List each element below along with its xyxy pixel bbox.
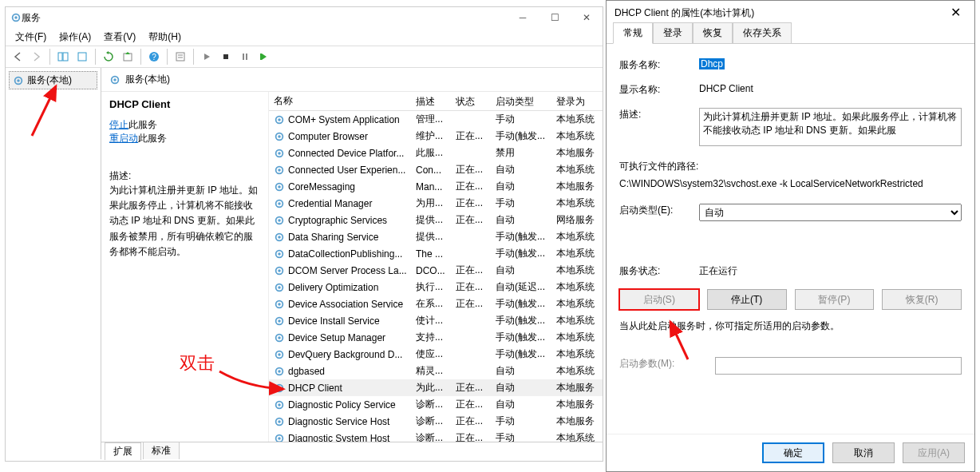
cell-desc: DCO... <box>411 264 451 278</box>
table-row[interactable]: COM+ System Application管理...手动本地系统 <box>269 111 603 128</box>
cell-status: 正在... <box>451 413 491 430</box>
show-hide-tree-button[interactable] <box>54 48 72 65</box>
table-row[interactable]: Diagnostic Service Host诊断...正在...手动本地服务 <box>269 413 603 430</box>
tab-dependencies[interactable]: 依存关系 <box>733 22 792 44</box>
stop-suffix: 此服务 <box>128 119 157 130</box>
cancel-button[interactable]: 取消 <box>832 442 895 463</box>
menu-view[interactable]: 查看(V) <box>99 29 140 46</box>
exe-path-label: 可执行文件的路径: <box>619 160 962 173</box>
details-button[interactable] <box>73 48 91 65</box>
export-button[interactable] <box>119 48 136 65</box>
cell-name: DCOM Server Process La... <box>269 264 411 278</box>
svg-text:?: ? <box>152 53 156 61</box>
svg-rect-5 <box>124 54 132 61</box>
dialog-body: 服务名称: Dhcp 显示名称: DHCP Client 描述: 为此计算机注册… <box>607 44 974 434</box>
table-row[interactable]: Device Setup Manager支持...手动(触发...本地系统 <box>269 329 603 346</box>
table-row[interactable]: Device Install Service使计...手动(触发...本地系统 <box>269 312 603 329</box>
svc-name-value[interactable]: Dhcp <box>699 58 725 69</box>
display-name-label: 显示名称: <box>619 83 699 97</box>
gear-icon <box>274 332 285 343</box>
table-row[interactable]: Diagnostic System Host诊断...正在...手动本地系统 <box>269 430 603 442</box>
cell-logon: 本地服务 <box>551 379 599 396</box>
gear-icon <box>274 198 285 209</box>
col-status[interactable]: 状态 <box>451 92 491 110</box>
apply-button[interactable]: 应用(A) <box>903 442 965 463</box>
cell-status <box>451 353 491 356</box>
restart-service-button[interactable] <box>255 48 273 65</box>
panel-header: 服务(本地) <box>101 68 603 91</box>
cell-status: 正在... <box>451 161 491 178</box>
cell-startup: 手动 <box>491 430 551 442</box>
table-row[interactable]: DataCollectionPublishing...The ...手动(触发.… <box>269 245 603 262</box>
col-logon[interactable]: 登录为 <box>551 92 599 110</box>
table-row[interactable]: Data Sharing Service提供...手动(触发...本地系统 <box>269 228 603 245</box>
start-button[interactable]: 启动(S) <box>619 289 699 310</box>
cell-desc: Man... <box>411 180 451 194</box>
gear-icon <box>274 181 285 192</box>
svg-point-1 <box>14 16 18 19</box>
col-desc[interactable]: 描述 <box>411 92 451 110</box>
table-row[interactable]: Credential Manager为用...正在...手动本地系统 <box>269 195 603 212</box>
cell-desc: 精灵... <box>411 363 451 379</box>
table-row[interactable]: Diagnostic Policy Service诊断...正在...自动本地服… <box>269 396 603 413</box>
cell-status <box>451 252 491 256</box>
start-service-button[interactable] <box>198 48 215 65</box>
cell-startup: 自动 <box>491 262 551 279</box>
stop-link[interactable]: 停止 <box>109 119 128 130</box>
pause-service-button[interactable] <box>236 48 254 65</box>
gear-icon <box>274 282 285 293</box>
cell-logon: 本地系统 <box>551 262 599 279</box>
table-row[interactable]: Connected Device Platfor...此服...禁用本地服务 <box>269 145 603 161</box>
col-startup[interactable]: 启动类型 <box>491 92 551 110</box>
stop-service-button[interactable] <box>217 48 235 65</box>
description-textarea[interactable]: 为此计算机注册并更新 IP 地址。如果此服务停止，计算机将不能接收动态 IP 地… <box>699 108 962 146</box>
maximize-button[interactable]: ☐ <box>539 7 571 28</box>
pause-button[interactable]: 暂停(P) <box>795 289 875 310</box>
forward-button[interactable] <box>28 48 45 65</box>
help-button[interactable]: ? <box>145 48 163 65</box>
table-row[interactable]: CoreMessagingMan...正在...自动本地服务 <box>269 178 603 195</box>
stop-button[interactable]: 停止(T) <box>707 289 787 310</box>
table-row[interactable]: Connected User Experien...Con...正在...自动本… <box>269 161 603 178</box>
startup-type-select[interactable]: 自动 <box>699 204 962 221</box>
table-row[interactable]: Computer Browser维护...正在...手动(触发...本地系统 <box>269 128 603 145</box>
cell-status <box>451 118 491 121</box>
gear-icon <box>274 165 285 176</box>
cell-startup: 手动 <box>491 111 551 128</box>
tab-standard[interactable]: 标准 <box>143 442 180 459</box>
svc-name-label: 服务名称: <box>619 58 699 72</box>
gear-icon <box>13 75 24 86</box>
table-row[interactable]: DevQuery Background D...使应...手动(触发...本地系… <box>269 346 603 363</box>
close-button[interactable]: ✕ <box>571 7 603 28</box>
menu-help[interactable]: 帮助(H) <box>144 29 186 46</box>
tab-general[interactable]: 常规 <box>613 22 653 44</box>
minimize-button[interactable]: ─ <box>507 7 539 28</box>
tab-recovery[interactable]: 恢复 <box>693 22 733 44</box>
gear-icon <box>274 399 285 411</box>
restart-link[interactable]: 重启动 <box>109 133 138 144</box>
gear-icon <box>274 114 285 125</box>
tab-logon[interactable]: 登录 <box>653 22 693 44</box>
resume-button[interactable]: 恢复(R) <box>882 289 962 310</box>
detail-panel: DHCP Client 停止此服务 重启动此服务 描述: 为此计算机注册并更新 … <box>101 92 269 442</box>
dialog-close-button[interactable]: ✕ <box>939 1 971 23</box>
properties-button[interactable] <box>172 48 189 65</box>
col-name[interactable]: 名称 <box>269 92 411 110</box>
ok-button[interactable]: 确定 <box>762 442 824 463</box>
menu-file[interactable]: 文件(F) <box>10 29 51 46</box>
cell-logon: 本地系统 <box>551 363 599 379</box>
tab-extended[interactable]: 扩展 <box>105 442 141 460</box>
table-row[interactable]: dgbased精灵...自动本地系统 <box>269 363 603 379</box>
back-button[interactable] <box>9 48 26 65</box>
table-row[interactable]: Cryptographic Services提供...正在...自动网络服务 <box>269 212 603 228</box>
table-row[interactable]: Delivery Optimization执行...正在...自动(延迟...本… <box>269 279 603 295</box>
refresh-button[interactable] <box>100 48 117 65</box>
cell-startup: 手动(触发... <box>491 346 551 363</box>
table-row[interactable]: DCOM Server Process La...DCO...正在...自动本地… <box>269 262 603 279</box>
cell-startup: 手动(触发... <box>491 295 551 312</box>
cell-startup: 手动(触发... <box>491 312 551 329</box>
tree-item-services-local[interactable]: 服务(本地) <box>9 71 97 89</box>
table-row[interactable]: DHCP Client为此...正在...自动本地服务 <box>269 379 603 396</box>
menu-action[interactable]: 操作(A) <box>54 29 96 46</box>
table-row[interactable]: Device Association Service在系...正在...手动(触… <box>269 295 603 312</box>
